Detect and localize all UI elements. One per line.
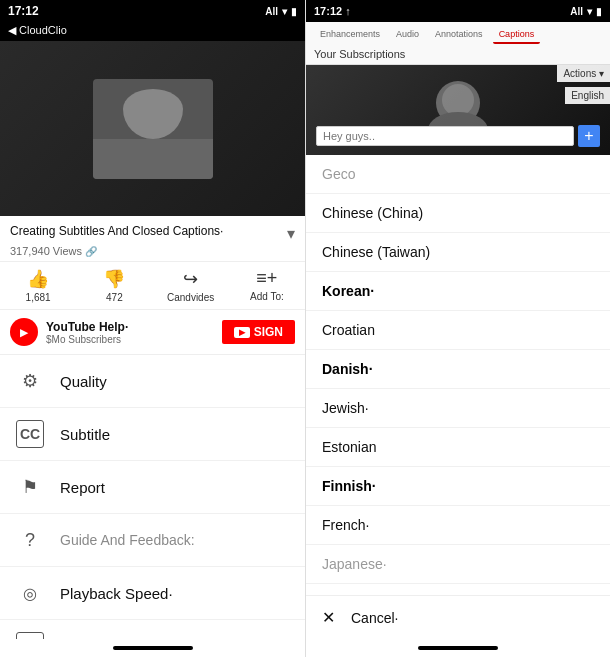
lang-item-finnish[interactable]: Finnish·	[306, 467, 610, 506]
lang-item-chinese-taiwan[interactable]: Chinese (Taiwan)	[306, 233, 610, 272]
video-title-row: Creating Subtitles And Closed Captions· …	[10, 224, 295, 243]
menu-item-guide[interactable]: ? Guide And Feedback:	[0, 514, 305, 567]
status-bar-left: 17:12 All ▾ ▮	[0, 0, 305, 22]
subtitle-icon: CC	[16, 420, 44, 448]
add-button[interactable]: +	[578, 125, 600, 147]
yt-sign-icon: ▶	[234, 327, 250, 338]
menu-item-cardboard[interactable]: ◻◻ View With Cardboard	[0, 620, 305, 639]
action-buttons: 👍 1,681 👎 472 ↪ Candvides ≡+ Add To:	[0, 262, 305, 310]
add-icon: +	[584, 127, 593, 145]
video-face	[93, 79, 213, 179]
tab-annotations[interactable]: Annotations	[429, 26, 489, 44]
home-bar-right	[418, 646, 498, 650]
language-list-panel: Geco Chinese (China) Chinese (Taiwan) Ko…	[306, 155, 610, 595]
yt-header: Enhancements Audio Annotations Captions …	[306, 22, 610, 65]
quality-icon: ⚙	[16, 367, 44, 395]
add-to-button[interactable]: ≡+ Add To:	[229, 268, 305, 303]
lang-item-japanese[interactable]: Japanese·	[306, 545, 610, 584]
language-list: Geco Chinese (China) Chinese (Taiwan) Ko…	[306, 155, 610, 584]
add-to-label: Add To:	[250, 291, 284, 302]
like-count: 1,681	[26, 292, 51, 303]
lang-item-croatian[interactable]: Croatian	[306, 311, 610, 350]
menu-item-playback[interactable]: ◎ Playback Speed·	[0, 567, 305, 620]
wifi-icon-left: ▾	[282, 6, 287, 17]
view-link-icon[interactable]: 🔗	[85, 246, 97, 257]
cloud-clio-label: ◀ CloudClio	[8, 24, 67, 36]
video-bg	[0, 41, 305, 216]
home-indicator-right	[306, 639, 610, 657]
yt-tabs: Enhancements Audio Annotations Captions	[314, 22, 602, 44]
actions-dropdown[interactable]: Actions ▾	[563, 68, 604, 79]
network-label-right: All	[570, 6, 583, 17]
lang-item-estonian[interactable]: Estonian	[306, 428, 610, 467]
lang-item-geco[interactable]: Geco	[306, 155, 610, 194]
lang-item-danish[interactable]: Danish·	[306, 350, 610, 389]
yt-logo-left: ▶	[20, 327, 28, 338]
cloud-clio-nav[interactable]: ◀ CloudClio	[0, 22, 305, 41]
home-bar-left	[113, 646, 193, 650]
tab-captions[interactable]: Captions	[493, 26, 541, 44]
right-panel: 17:12 ↑ All ▾ ▮ Enhancements Audio Annot…	[305, 0, 610, 657]
share-label: Candvides	[167, 292, 214, 303]
video-info: Creating Subtitles And Closed Captions· …	[0, 216, 305, 262]
time-left: 17:12	[8, 4, 39, 18]
cardboard-icon: ◻◻	[16, 632, 44, 639]
cancel-button-right[interactable]: ✕ Cancel·	[306, 595, 610, 639]
channel-info: YouTube Help· $Mo Subscribers	[46, 320, 222, 345]
like-button[interactable]: 👍 1,681	[0, 268, 76, 303]
video-small: Actions ▾ English +	[306, 65, 610, 155]
menu-label-quality: Quality	[60, 373, 107, 390]
menu-item-subtitle[interactable]: CC Subtitle	[0, 408, 305, 461]
status-bar-right: 17:12 ↑ All ▾ ▮	[306, 0, 610, 22]
wifi-icon-right: ▾	[587, 6, 592, 17]
menu-label-guide: Guide And Feedback:	[60, 532, 195, 548]
share-button[interactable]: ↪ Candvides	[153, 268, 229, 303]
cancel-label-right: Cancel·	[351, 610, 398, 626]
caption-input[interactable]	[316, 126, 574, 146]
add-to-icon: ≡+	[256, 268, 277, 289]
yt-breadcrumb: Your Subscriptions	[314, 44, 602, 64]
video-thumbnail	[0, 41, 305, 216]
dislike-count: 472	[106, 292, 123, 303]
menu-item-quality[interactable]: ⚙ Quality	[0, 355, 305, 408]
network-label-left: All	[265, 6, 278, 17]
report-icon: ⚑	[16, 473, 44, 501]
video-views: 317,940 Views 🔗	[10, 245, 295, 257]
tab-enhancements[interactable]: Enhancements	[314, 26, 386, 44]
time-right: 17:12 ↑	[314, 5, 351, 17]
cancel-icon-right: ✕	[322, 608, 335, 627]
overlay-lang: English	[565, 87, 610, 104]
lang-item-jewish[interactable]: Jewish·	[306, 389, 610, 428]
home-indicator-left	[0, 639, 305, 657]
lang-item-french[interactable]: French·	[306, 506, 610, 545]
battery-icon-left: ▮	[291, 6, 297, 17]
playback-icon: ◎	[16, 579, 44, 607]
sign-button[interactable]: ▶ SIGN	[222, 320, 295, 344]
channel-icon: ▶	[10, 318, 38, 346]
status-icons-right: All ▾ ▮	[570, 6, 602, 17]
dislike-icon: 👎	[103, 268, 125, 290]
menu-label-subtitle: Subtitle	[60, 426, 110, 443]
video-title: Creating Subtitles And Closed Captions·	[10, 224, 283, 240]
svg-point-1	[442, 84, 474, 116]
guide-icon: ?	[16, 526, 44, 554]
menu-item-report[interactable]: ⚑ Report	[0, 461, 305, 514]
menu-label-playback: Playback Speed·	[60, 585, 173, 602]
sign-label: SIGN	[254, 325, 283, 339]
battery-icon-right: ▮	[596, 6, 602, 17]
status-icons-left: All ▾ ▮	[265, 6, 297, 17]
channel-name: YouTube Help·	[46, 320, 222, 334]
chevron-down-icon[interactable]: ▾	[287, 224, 295, 243]
overlay-actions: Actions ▾	[557, 65, 610, 82]
tab-audio[interactable]: Audio	[390, 26, 425, 44]
share-icon: ↪	[183, 268, 198, 290]
dislike-button[interactable]: 👎 472	[76, 268, 152, 303]
left-panel: 17:12 All ▾ ▮ ◀ CloudClio Creating Subti…	[0, 0, 305, 657]
lang-item-chinese-china[interactable]: Chinese (China)	[306, 194, 610, 233]
lang-label: English	[571, 90, 604, 101]
menu-label-report: Report	[60, 479, 105, 496]
channel-subs: $Mo Subscribers	[46, 334, 222, 345]
like-icon: 👍	[27, 268, 49, 290]
input-row: +	[316, 125, 600, 147]
lang-item-korean[interactable]: Korean·	[306, 272, 610, 311]
